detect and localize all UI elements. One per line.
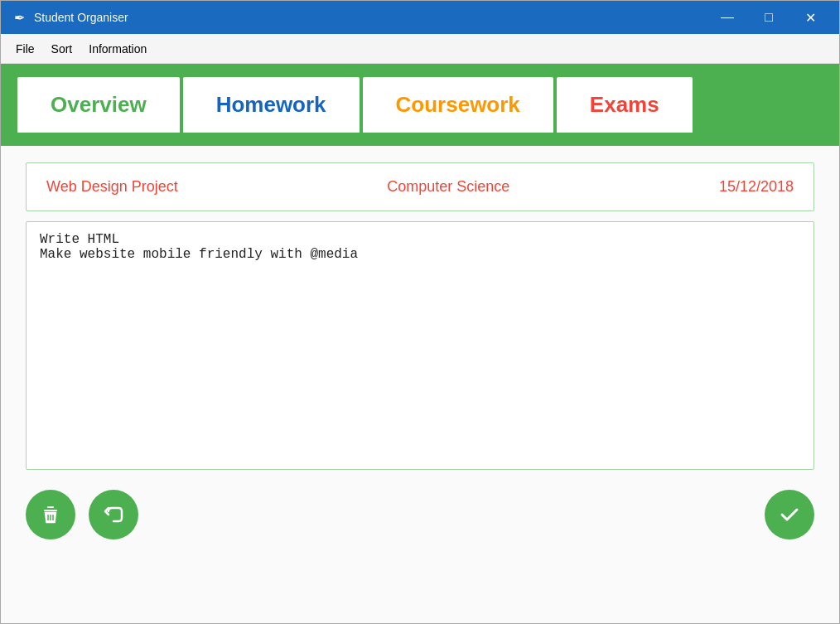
title-bar: ✒ Student Organiser — □ ✕ — [1, 1, 839, 34]
undo-button[interactable] — [89, 490, 138, 539]
check-icon — [777, 502, 802, 527]
svg-rect-0 — [44, 510, 57, 511]
coursework-date: 15/12/2018 — [719, 178, 794, 196]
coursework-info-card: Web Design Project Computer Science 15/1… — [26, 162, 814, 211]
tab-exams[interactable]: Exams — [557, 77, 693, 133]
confirm-button[interactable] — [765, 490, 814, 539]
menu-bar: File Sort Information — [1, 34, 839, 64]
delete-button[interactable] — [26, 490, 75, 539]
app-icon: ✒ — [11, 9, 27, 26]
undo-icon — [102, 503, 125, 526]
bottom-toolbar — [1, 473, 839, 556]
coursework-subject: Computer Science — [387, 178, 509, 196]
trash-icon — [39, 503, 62, 526]
app-title: Student Organiser — [34, 11, 128, 24]
tab-overview[interactable]: Overview — [17, 77, 180, 133]
maximize-button[interactable]: □ — [750, 4, 788, 31]
menu-file[interactable]: File — [7, 39, 43, 59]
content-area: Web Design Project Computer Science 15/1… — [1, 146, 839, 623]
minimize-button[interactable]: — — [708, 4, 746, 31]
tab-content: Web Design Project Computer Science 15/1… — [1, 146, 839, 473]
tab-homework[interactable]: Homework — [183, 77, 360, 133]
coursework-title: Web Design Project — [46, 178, 178, 196]
tabs-container: Overview Homework Coursework Exams — [17, 77, 823, 133]
menu-sort[interactable]: Sort — [43, 39, 81, 59]
bottom-left-buttons — [26, 490, 138, 539]
app-window: ✒ Student Organiser — □ ✕ File Sort Info… — [0, 0, 840, 624]
header-band: Overview Homework Coursework Exams — [1, 64, 839, 146]
close-button[interactable]: ✕ — [791, 4, 829, 31]
notes-textarea[interactable] — [26, 221, 814, 470]
title-bar-left: ✒ Student Organiser — [11, 9, 128, 26]
menu-information[interactable]: Information — [80, 39, 155, 59]
tab-coursework[interactable]: Coursework — [363, 77, 553, 133]
title-bar-controls: — □ ✕ — [708, 4, 829, 31]
svg-rect-1 — [47, 506, 54, 508]
